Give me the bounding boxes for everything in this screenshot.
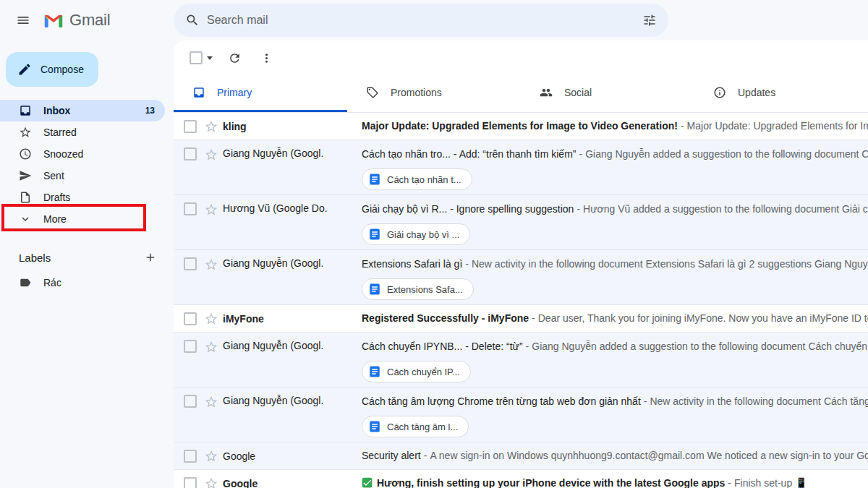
separator: -: [526, 341, 529, 352]
email-subject: Major Update: Upgraded Elements for Imag…: [362, 120, 678, 132]
label-icon: [19, 276, 32, 289]
email-snippet: Giang Nguyễn added a suggestion to the f…: [585, 148, 868, 160]
email-snippet: Dear user, Thank you for joining iMyFone…: [538, 312, 868, 324]
tab-promotions[interactable]: Promotions: [347, 75, 521, 112]
gmail-app: Gmail Compose Inbox 13: [0, 0, 868, 488]
email-subject: Extensions Safari là gì: [362, 258, 462, 270]
star-icon[interactable]: [204, 147, 218, 162]
email-row[interactable]: Google Security alert-A new sign-in on W…: [174, 442, 868, 470]
attachment-chip[interactable]: Cách tạo nhãn t...: [362, 168, 472, 190]
email-checkbox[interactable]: [184, 147, 197, 160]
gmail-logo-text: Gmail: [69, 11, 110, 30]
category-tabs: Primary Promotions Social Updates: [174, 75, 868, 113]
email-row[interactable]: Giang Nguyễn (Googl. Cách chuyển IPYNB..…: [174, 333, 868, 388]
sidebar-item-more[interactable]: More: [0, 208, 165, 230]
search-input[interactable]: [207, 14, 635, 27]
sidebar-item-snoozed[interactable]: Snoozed: [0, 143, 165, 165]
google-docs-icon: [368, 420, 381, 433]
email-checkbox[interactable]: [184, 340, 197, 353]
tab-primary[interactable]: Primary: [174, 75, 347, 112]
search-button[interactable]: [178, 6, 207, 35]
tag-icon: [366, 86, 379, 99]
file-icon: [19, 191, 32, 204]
star-icon[interactable]: [204, 395, 218, 409]
email-subject-line: Giải chạy bộ vì R... - Ignore spelling s…: [362, 202, 868, 216]
select-all-checkbox[interactable]: [190, 51, 203, 64]
sidebar-item-label: Drafts: [43, 192, 70, 203]
separator: -: [728, 477, 731, 488]
select-dropdown-caret[interactable]: [207, 56, 213, 60]
compose-button[interactable]: Compose: [6, 52, 98, 87]
email-subject-line: Registered Successfully - iMyFone-Dear u…: [362, 312, 868, 325]
separator: -: [424, 450, 427, 461]
email-row[interactable]: iMyFone Registered Successfully - iMyFon…: [174, 305, 868, 333]
email-row[interactable]: Google Hương, finish setting up your iPh…: [174, 470, 868, 488]
star-icon[interactable]: [204, 119, 218, 134]
sidebar-label-rac[interactable]: Rác: [0, 272, 165, 294]
email-row[interactable]: Giang Nguyễn (Googl. Cách tăng âm lượng …: [174, 388, 868, 442]
star-icon[interactable]: [204, 202, 218, 217]
email-checkbox[interactable]: [184, 395, 197, 408]
hamburger-menu-button[interactable]: [9, 6, 38, 35]
star-icon[interactable]: [204, 476, 218, 488]
separator: -: [576, 203, 580, 215]
google-docs-icon: [368, 365, 381, 378]
star-icon[interactable]: [204, 340, 218, 354]
email-row[interactable]: Giang Nguyễn (Googl. Extensions Safari l…: [174, 250, 868, 305]
sidebar-item-drafts[interactable]: Drafts: [0, 187, 165, 208]
email-subject: Cách chuyển IPYNB... - Delete: “từ”: [362, 341, 523, 352]
star-icon[interactable]: [204, 312, 218, 326]
email-subject-line: Cách chuyển IPYNB... - Delete: “từ”-Gian…: [362, 340, 868, 354]
star-icon[interactable]: [204, 257, 218, 272]
people-icon: [540, 86, 553, 99]
search-bar[interactable]: [174, 4, 668, 37]
email-row[interactable]: Giang Nguyễn (Googl. Cách tạo nhãn tro..…: [174, 140, 868, 195]
email-subject: Security alert: [362, 450, 421, 461]
email-checkbox[interactable]: [184, 477, 197, 488]
inbox-icon: [19, 104, 32, 117]
search-icon: [185, 13, 200, 27]
mail-content: Primary Promotions Social Updates: [174, 40, 868, 488]
email-checkbox[interactable]: [184, 450, 197, 463]
tab-updates[interactable]: Updates: [694, 75, 868, 112]
attachment-chip[interactable]: Cách chuyển IP...: [362, 361, 471, 382]
email-snippet: A new sign-in on Windows quynhhuong9.con…: [430, 450, 868, 461]
tab-social[interactable]: Social: [521, 75, 694, 112]
separator: -: [532, 312, 535, 324]
email-sender: Giang Nguyễn (Googl.: [223, 257, 362, 269]
sidebar-item-label: More: [43, 213, 67, 225]
email-snippet: Hương Vũ added a suggestion to the follo…: [583, 203, 868, 215]
email-snippet: Finish set-up 📱: [734, 477, 808, 488]
sidebar-label-text: Rác: [43, 277, 61, 288]
email-sender: Giang Nguyễn (Googl.: [223, 340, 362, 351]
star-icon[interactable]: [204, 449, 218, 463]
email-checkbox[interactable]: [184, 120, 197, 133]
attachment-chip[interactable]: Cách tăng âm l...: [362, 416, 469, 437]
sidebar-item-label: Inbox: [43, 105, 70, 116]
email-subject-line: Security alert-A new sign-in on Windows …: [362, 449, 868, 463]
google-docs-icon: [368, 228, 381, 241]
email-checkbox[interactable]: [184, 202, 197, 215]
more-options-button[interactable]: [253, 45, 279, 71]
sidebar-item-sent[interactable]: Sent: [0, 165, 165, 187]
search-options-button[interactable]: [635, 6, 664, 35]
sidebar-item-label: Snoozed: [43, 148, 83, 160]
email-row[interactable]: kling Major Update: Upgraded Elements fo…: [174, 113, 868, 140]
email-subject: Cách tạo nhãn tro... - Add: “trên thanh …: [362, 148, 576, 160]
attachment-chip-label: Cách chuyển IP...: [387, 367, 460, 377]
email-row[interactable]: Hương Vũ (Google Do. Giải chạy bộ vì R..…: [174, 195, 868, 250]
sidebar-item-inbox[interactable]: Inbox 13: [0, 100, 165, 121]
refresh-button[interactable]: [221, 45, 247, 71]
gmail-logo[interactable]: Gmail: [43, 11, 110, 30]
top-bar: Gmail: [0, 0, 868, 40]
attachment-chip[interactable]: Giải chạy bộ vì ...: [362, 223, 470, 245]
email-checkbox[interactable]: [184, 312, 197, 325]
sidebar-item-starred[interactable]: Starred: [0, 121, 165, 143]
email-snippet: New activity in the following document C…: [650, 395, 868, 407]
attachment-chip[interactable]: Extensions Safa...: [362, 278, 474, 300]
create-label-button[interactable]: [140, 247, 161, 267]
email-checkbox[interactable]: [184, 257, 197, 270]
email-sender: Google: [223, 450, 362, 462]
tab-label: Social: [564, 87, 592, 98]
select-all-control[interactable]: [187, 48, 216, 67]
